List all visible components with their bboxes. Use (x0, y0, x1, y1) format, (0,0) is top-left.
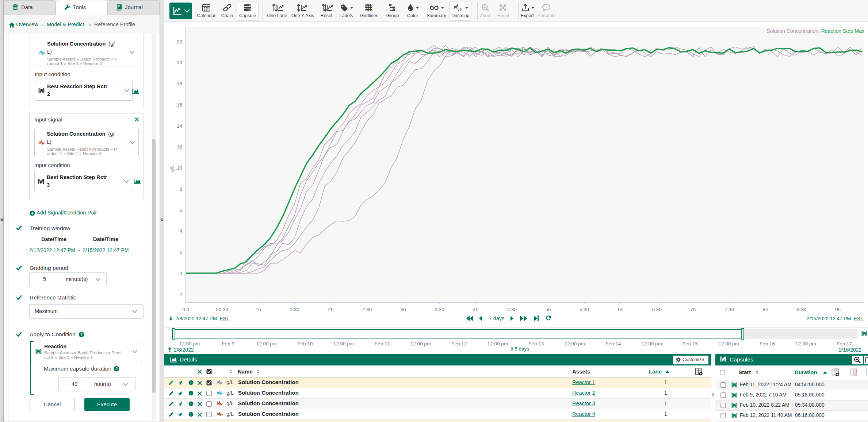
svg-text:12:00 pm: 12:00 pm (641, 341, 662, 346)
svg-text:12:00 pm: 12:00 pm (333, 341, 354, 346)
svg-text:Feb 15: Feb 15 (682, 341, 698, 346)
svg-text:Feb 12: Feb 12 (451, 341, 467, 346)
svg-text:12:00 pm: 12:00 pm (565, 341, 585, 346)
svg-text:Feb 11: Feb 11 (375, 341, 390, 346)
svg-text:2h: 2h (328, 307, 333, 312)
svg-text:12:00 pm: 12:00 pm (487, 341, 508, 346)
svg-text:7:30: 7:30 (724, 307, 734, 312)
svg-text:9h: 9h (835, 307, 841, 312)
svg-text:12:00 pm: 12:00 pm (718, 341, 739, 346)
svg-text:7 days: 7 days (489, 315, 505, 321)
svg-text:8: 8 (179, 186, 182, 192)
svg-text:6h: 6h (618, 307, 623, 312)
svg-text:22: 22 (177, 39, 182, 44)
svg-text:4:30: 4:30 (507, 307, 517, 312)
svg-text:g/L: g/L (169, 165, 175, 172)
svg-text:4: 4 (179, 228, 182, 234)
svg-text:2: 2 (179, 249, 182, 255)
svg-text:Feb 10: Feb 10 (297, 341, 313, 346)
svg-text:20: 20 (177, 60, 182, 65)
svg-text:?: ? (80, 332, 83, 337)
svg-text:10: 10 (177, 165, 182, 171)
svg-text:6:30: 6:30 (652, 307, 661, 312)
svg-text:Feb 16: Feb 16 (760, 341, 775, 346)
svg-text:12:00 pm: 12:00 pm (179, 341, 200, 346)
svg-text:1h: 1h (256, 307, 261, 312)
svg-text:6: 6 (179, 208, 182, 213)
svg-text:7h: 7h (690, 307, 696, 312)
svg-text:-2: -2 (178, 292, 182, 297)
svg-text:Feb 14: Feb 14 (605, 341, 621, 346)
svg-text:14: 14 (177, 123, 183, 129)
svg-text:Solution Concentration, Reacti: Solution Concentration, Reaction Step Ma… (766, 28, 864, 34)
svg-text:3:30: 3:30 (435, 307, 444, 312)
svg-text:1:30: 1:30 (290, 307, 299, 312)
svg-text:12:00 pm: 12:00 pm (795, 341, 816, 346)
svg-text:Feb 17: Feb 17 (837, 341, 852, 346)
svg-text:5:30: 5:30 (580, 307, 589, 312)
svg-text:12: 12 (177, 144, 182, 150)
svg-text:18: 18 (177, 81, 182, 86)
svg-text:5h: 5h (545, 307, 551, 312)
svg-text:0: 0 (179, 271, 182, 276)
svg-text:Feb 9: Feb 9 (222, 341, 234, 346)
svg-text:Feb 13: Feb 13 (528, 341, 544, 346)
svg-text:2:30: 2:30 (362, 307, 372, 312)
svg-text:8h: 8h (763, 307, 768, 312)
svg-text:?: ? (115, 367, 118, 371)
svg-text:8:30: 8:30 (797, 307, 806, 312)
svg-text:16: 16 (177, 102, 182, 108)
svg-text:00:30: 00:30 (216, 307, 228, 312)
svg-text:12:00 pm: 12:00 pm (410, 341, 431, 346)
svg-text:4h: 4h (473, 307, 478, 312)
svg-text:3h: 3h (401, 307, 406, 312)
svg-text:0.0: 0.0 (183, 307, 190, 312)
svg-text:12:00 pm: 12:00 pm (256, 341, 277, 346)
